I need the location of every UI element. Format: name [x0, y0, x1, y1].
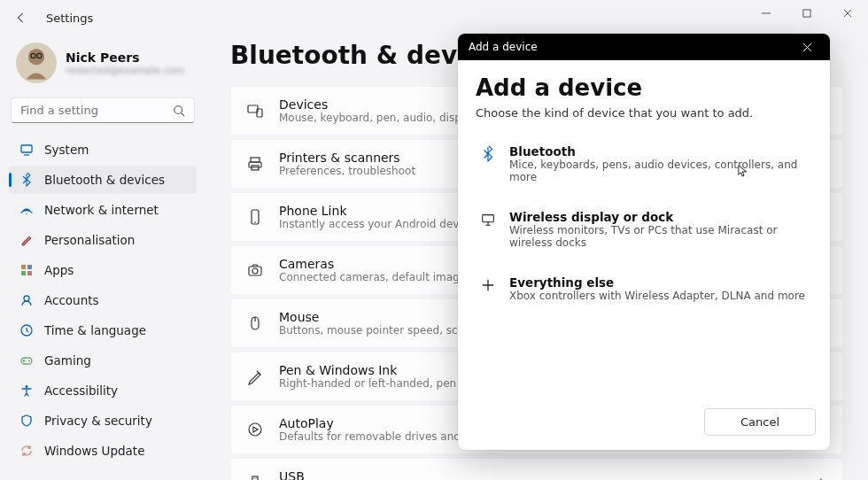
cancel-button[interactable]: Cancel: [704, 408, 816, 436]
close-icon: [802, 43, 812, 52]
privacy-icon: [19, 414, 34, 428]
maximize-icon: [802, 9, 811, 18]
close-window-button[interactable]: [827, 0, 868, 27]
dialog-close-button[interactable]: [794, 34, 819, 60]
sidebar-item-label: Network & internet: [44, 203, 159, 217]
wd-icon: [479, 211, 497, 228]
search-box[interactable]: [11, 97, 195, 123]
dialog-subtitle: Choose the kind of device that you want …: [476, 106, 812, 120]
autoplay-icon: [245, 420, 265, 439]
system-icon: [19, 143, 34, 157]
option-title: Bluetooth: [509, 144, 809, 159]
sidebar-item-label: Time & language: [44, 323, 146, 337]
option-desc: Xbox controllers with Wireless Adapter, …: [509, 290, 805, 302]
sidebar-item-apps[interactable]: Apps: [9, 256, 197, 284]
option-desc: Mice, keyboards, pens, audio devices, co…: [509, 159, 809, 183]
minimize-button[interactable]: [746, 0, 787, 27]
sidebar-item-label: Bluetooth & devices: [44, 173, 165, 187]
sidebar-item-network[interactable]: Network & internet: [9, 196, 197, 224]
ee-icon: [479, 276, 497, 294]
sidebar-item-accounts[interactable]: Accounts: [9, 286, 197, 314]
setting-row-usb[interactable]: USBNotifications, USB battery saver, mob…: [230, 458, 843, 480]
device-option-wd[interactable]: Wireless display or dockWireless monitor…: [476, 199, 812, 265]
search-input[interactable]: [20, 104, 173, 117]
back-arrow-icon: [15, 12, 27, 24]
maximize-button[interactable]: [787, 0, 827, 27]
mouse-icon: [245, 314, 265, 333]
sidebar-item-gaming[interactable]: Gaming: [9, 346, 197, 375]
accounts-icon: [19, 293, 34, 307]
chevron-right-icon: [816, 476, 828, 480]
cameras-icon: [245, 260, 265, 280]
option-desc: Wireless monitors, TVs or PCs that use M…: [509, 224, 809, 249]
device-option-bt[interactable]: BluetoothMice, keyboards, pens, audio de…: [476, 134, 812, 199]
option-title: Wireless display or dock: [509, 210, 809, 224]
sidebar-item-time[interactable]: Time & language: [9, 316, 197, 345]
sidebar-item-access[interactable]: Accessibility: [9, 376, 197, 405]
sidebar-item-label: Gaming: [44, 353, 91, 368]
printers-icon: [245, 154, 265, 174]
sidebar-item-update[interactable]: Windows Update: [9, 437, 197, 465]
back-button[interactable]: [7, 4, 35, 32]
access-icon: [19, 383, 34, 398]
sidebar-item-label: Privacy & security: [44, 414, 152, 428]
profile-email: redacted@example.com: [66, 65, 184, 76]
time-icon: [19, 323, 34, 337]
sidebar-item-label: Accessibility: [44, 383, 118, 398]
devices-icon: [245, 101, 265, 120]
sidebar-item-privacy[interactable]: Privacy & security: [9, 406, 197, 435]
dialog-header-title: Add a device: [469, 41, 538, 53]
sidebar-item-label: System: [44, 143, 89, 157]
sidebar-item-personal[interactable]: Personalisation: [9, 226, 197, 254]
window-title: Settings: [46, 12, 93, 25]
option-title: Everything else: [509, 275, 805, 290]
apps-icon: [19, 263, 34, 277]
add-device-dialog: Add a device Add a device Choose the kin…: [458, 34, 830, 450]
bluetooth-icon: [19, 173, 34, 187]
avatar: [16, 43, 57, 83]
network-icon: [19, 203, 34, 217]
sidebar-item-label: Personalisation: [44, 233, 135, 247]
setting-title: USB: [279, 469, 802, 480]
personal-icon: [19, 233, 34, 247]
sidebar-item-label: Apps: [44, 263, 74, 277]
dialog-title: Add a device: [476, 74, 812, 101]
gaming-icon: [19, 353, 34, 368]
profile-block[interactable]: Nick Peers redacted@example.com: [9, 35, 197, 97]
minimize-icon: [762, 9, 771, 18]
device-option-ee[interactable]: Everything elseXbox controllers with Wir…: [476, 265, 812, 318]
close-icon: [843, 9, 852, 18]
sidebar-item-bluetooth[interactable]: Bluetooth & devices: [9, 166, 197, 194]
phone-icon: [245, 207, 265, 227]
pen-icon: [245, 367, 265, 386]
sidebar-item-label: Windows Update: [44, 444, 144, 458]
search-icon: [173, 105, 185, 117]
profile-name: Nick Peers: [66, 50, 184, 65]
bt-icon: [479, 145, 497, 163]
usb-icon: [245, 473, 265, 480]
update-icon: [19, 444, 34, 458]
sidebar-item-label: Accounts: [44, 293, 99, 307]
sidebar-item-system[interactable]: System: [9, 135, 197, 164]
